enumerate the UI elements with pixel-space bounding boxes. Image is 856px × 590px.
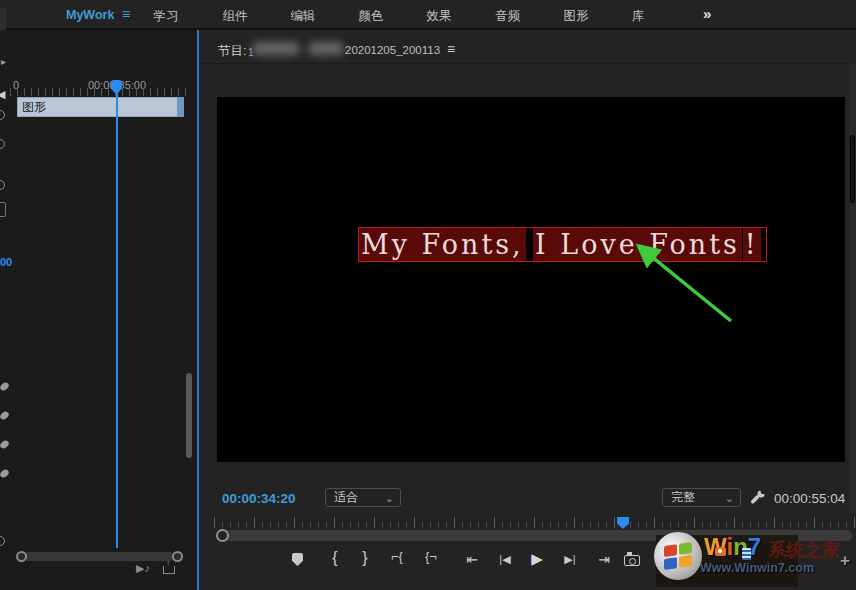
- workspace-overflow-icon[interactable]: »: [703, 5, 711, 22]
- track-collapse-icon[interactable]: ▸: [1, 56, 6, 67]
- workspace-tab-libraries[interactable]: 库: [632, 8, 645, 25]
- mark-in-button[interactable]: {: [332, 549, 337, 567]
- workspace-tab-audio[interactable]: 音频: [496, 8, 521, 25]
- zoom-level-select[interactable]: 适合 ⌄: [325, 488, 401, 507]
- watermark-url: Www.Winwin7.com: [700, 561, 814, 575]
- timeline-horizontal-scrollbar[interactable]: [24, 552, 174, 561]
- program-monitor-panel: 节目: 1 20201205_200113 ≡ My Fonts, I Love…: [199, 30, 856, 590]
- filmstrip-badge-icon: [742, 548, 751, 560]
- timeline-zoom-handle-right[interactable]: [172, 551, 183, 562]
- flag-tile-orange: [679, 555, 692, 568]
- green-pointer-arrow: [217, 97, 845, 462]
- flag-tile-red: [664, 544, 677, 557]
- caption-gap: [526, 228, 533, 261]
- title-text-selected[interactable]: !: [743, 228, 761, 261]
- video-preview-area[interactable]: My Fonts, I Love Fonts !: [217, 97, 845, 462]
- step-forward-button[interactable]: ▶|: [564, 553, 575, 566]
- track-toggle-icon[interactable]: [0, 139, 5, 149]
- flag-tile-green: [679, 542, 692, 555]
- watermark-site-name-cn: 系统之家: [768, 538, 840, 562]
- graphics-clip[interactable]: 图形: [17, 97, 184, 117]
- playback-resolution-select[interactable]: 完整 ⌄: [662, 488, 741, 507]
- sequence-duration: 00:00:55:04: [774, 491, 845, 506]
- settings-wrench-icon[interactable]: [749, 489, 766, 506]
- play-audio-while-scrubbing-icon[interactable]: ▶♪: [136, 562, 150, 575]
- program-zoom-scrollbar-handle[interactable]: [216, 529, 229, 542]
- timeline-partial-timecode: 00: [0, 256, 12, 268]
- sequence-name-redacted: [252, 42, 300, 55]
- go-to-out-button[interactable]: ⇥: [598, 551, 610, 567]
- title-text-selected[interactable]: I Love Fonts: [533, 228, 742, 261]
- watermark-win7-text: Win7: [704, 533, 761, 561]
- program-vertical-scrollbar-thumb[interactable]: [850, 135, 855, 203]
- timeline-playhead-line: [116, 93, 118, 548]
- audio-track-icon[interactable]: [0, 468, 10, 479]
- workspace-tab-graphics[interactable]: 图形: [564, 8, 589, 25]
- timeline-zoom-handle-left[interactable]: [16, 551, 27, 562]
- track-lock-icon[interactable]: [0, 202, 6, 217]
- chevron-down-icon: ⌄: [385, 494, 394, 502]
- audio-track-icon[interactable]: [0, 381, 10, 392]
- lift-button[interactable]: ⌐{: [391, 549, 403, 564]
- workspace-tab-color[interactable]: 颜色: [359, 8, 384, 25]
- flag-tile-blue: [664, 557, 677, 570]
- workspace-tab-effects[interactable]: 效果: [427, 8, 452, 25]
- timeline-ruler-ticks[interactable]: [10, 88, 192, 96]
- track-arrow-icon[interactable]: ◀: [0, 88, 5, 101]
- workspace-bar: MyWork ≡ 学习 组件 编辑 颜色 效果 音频 图形 库 »: [0, 0, 856, 30]
- workspace-tab-editing[interactable]: 编辑: [291, 8, 316, 25]
- add-marker-button[interactable]: [292, 553, 303, 566]
- title-text-box[interactable]: My Fonts, I Love Fonts !: [358, 227, 767, 262]
- button-editor-plus[interactable]: +: [840, 551, 850, 571]
- program-panel-title: 节目:: [218, 43, 246, 60]
- go-to-in-button[interactable]: ⇤: [466, 551, 478, 567]
- export-frame-button[interactable]: [624, 555, 640, 566]
- mark-out-button[interactable]: }: [362, 549, 367, 567]
- graphics-clip-right-edge[interactable]: [177, 97, 184, 117]
- track-toggle-icon[interactable]: [0, 180, 5, 190]
- extract-button[interactable]: {¬: [425, 549, 437, 564]
- workspace-tab-assembly[interactable]: 组件: [223, 8, 248, 25]
- timeline-panel[interactable]: 0 00:00:35:00 图形 ▸ ◀ 00 ▶♪ ↑: [0, 30, 197, 590]
- track-toggle-icon[interactable]: [0, 536, 5, 546]
- windows-logo-icon: [654, 532, 702, 580]
- sequence-name-redacted: [308, 42, 344, 55]
- current-timecode[interactable]: 00:00:34:20: [222, 491, 296, 506]
- track-toggle-icon[interactable]: [0, 110, 5, 120]
- workspace-tab-learn[interactable]: 学习: [154, 8, 179, 25]
- panel-edge-sliver: [0, 8, 6, 30]
- winwin7-watermark: Win7 系统之家 Www.Winwin7.com: [656, 535, 798, 587]
- title-text-selected[interactable]: My Fonts,: [359, 228, 526, 261]
- program-time-ruler[interactable]: [214, 517, 855, 528]
- workspace-menu-icon[interactable]: ≡: [122, 6, 130, 22]
- chevron-down-icon: ⌄: [725, 494, 734, 502]
- audio-track-icon[interactable]: [0, 439, 10, 450]
- timeline-vertical-scrollbar[interactable]: [186, 373, 192, 458]
- panel-menu-icon[interactable]: ≡: [447, 41, 455, 57]
- premiere-app-window: MyWork ≡ 学习 组件 编辑 颜色 效果 音频 图形 库 » 0 00:0…: [0, 0, 856, 590]
- panel-header-divider: [199, 63, 856, 64]
- camera-badge-icon: [715, 547, 726, 556]
- timeline-export-icon-arrow: ↑: [166, 558, 171, 568]
- sequence-name-suffix: 20201205_200113: [345, 44, 440, 56]
- playback-resolution-value: 完整: [671, 489, 695, 506]
- program-vertical-scrollbar[interactable]: [849, 63, 856, 513]
- workspace-tab-mywork[interactable]: MyWork: [66, 8, 114, 22]
- zoom-level-value: 适合: [334, 489, 358, 506]
- caption-cursor-gap: [761, 228, 766, 261]
- graphics-clip-label: 图形: [18, 99, 46, 116]
- play-button[interactable]: ▶: [531, 550, 543, 568]
- step-back-button[interactable]: |◀: [499, 553, 510, 566]
- audio-track-icon[interactable]: [0, 410, 10, 421]
